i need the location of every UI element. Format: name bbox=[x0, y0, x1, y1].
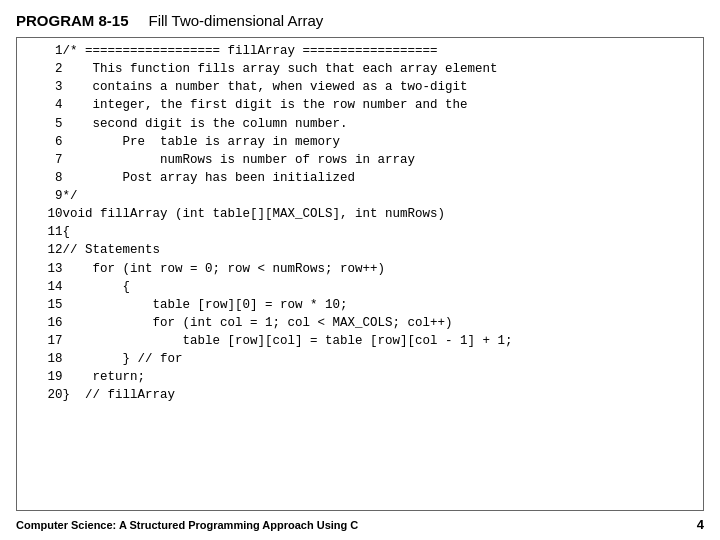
line-number: 7 bbox=[17, 151, 63, 169]
line-code: table [row][0] = row * 10; bbox=[63, 296, 703, 314]
line-number: 11 bbox=[17, 223, 63, 241]
line-code: integer, the first digit is the row numb… bbox=[63, 96, 703, 114]
line-number: 13 bbox=[17, 260, 63, 278]
table-row: 4 integer, the first digit is the row nu… bbox=[17, 96, 703, 114]
line-code: } // for bbox=[63, 350, 703, 368]
line-code: void fillArray (int table[][MAX_COLS], i… bbox=[63, 205, 703, 223]
line-number: 12 bbox=[17, 241, 63, 259]
line-code: second digit is the column number. bbox=[63, 115, 703, 133]
table-row: 19 return; bbox=[17, 368, 703, 386]
table-row: 6 Pre table is array in memory bbox=[17, 133, 703, 151]
table-row: 10void fillArray (int table[][MAX_COLS],… bbox=[17, 205, 703, 223]
line-code: Pre table is array in memory bbox=[63, 133, 703, 151]
line-code: for (int col = 1; col < MAX_COLS; col++) bbox=[63, 314, 703, 332]
table-row: 12// Statements bbox=[17, 241, 703, 259]
table-row: 16 for (int col = 1; col < MAX_COLS; col… bbox=[17, 314, 703, 332]
line-number: 1 bbox=[17, 42, 63, 60]
page-container: PROGRAM 8-15 Fill Two-dimensional Array … bbox=[0, 0, 720, 540]
table-row: 13 for (int row = 0; row < numRows; row+… bbox=[17, 260, 703, 278]
line-number: 6 bbox=[17, 133, 63, 151]
line-code: /* ================== fillArray ========… bbox=[63, 42, 703, 60]
footer-right-text: 4 bbox=[697, 517, 704, 532]
line-number: 16 bbox=[17, 314, 63, 332]
title-bar: PROGRAM 8-15 Fill Two-dimensional Array bbox=[16, 12, 704, 29]
code-table: 1/* ================== fillArray =======… bbox=[17, 42, 703, 405]
line-number: 3 bbox=[17, 78, 63, 96]
line-code: contains a number that, when viewed as a… bbox=[63, 78, 703, 96]
program-subtitle: Fill Two-dimensional Array bbox=[149, 12, 324, 29]
line-code: } // fillArray bbox=[63, 386, 703, 404]
table-row: 2 This function fills array such that ea… bbox=[17, 60, 703, 78]
line-number: 15 bbox=[17, 296, 63, 314]
line-number: 5 bbox=[17, 115, 63, 133]
program-label: PROGRAM 8-15 bbox=[16, 12, 129, 29]
line-code: This function fills array such that each… bbox=[63, 60, 703, 78]
table-row: 14 { bbox=[17, 278, 703, 296]
table-row: 17 table [row][col] = table [row][col - … bbox=[17, 332, 703, 350]
table-row: 5 second digit is the column number. bbox=[17, 115, 703, 133]
line-code: */ bbox=[63, 187, 703, 205]
table-row: 7 numRows is number of rows in array bbox=[17, 151, 703, 169]
line-number: 8 bbox=[17, 169, 63, 187]
line-code: Post array has been initialized bbox=[63, 169, 703, 187]
line-number: 18 bbox=[17, 350, 63, 368]
table-row: 11{ bbox=[17, 223, 703, 241]
table-row: 3 contains a number that, when viewed as… bbox=[17, 78, 703, 96]
line-code: // Statements bbox=[63, 241, 703, 259]
line-number: 14 bbox=[17, 278, 63, 296]
table-row: 18 } // for bbox=[17, 350, 703, 368]
line-code: table [row][col] = table [row][col - 1] … bbox=[63, 332, 703, 350]
line-number: 2 bbox=[17, 60, 63, 78]
line-code: numRows is number of rows in array bbox=[63, 151, 703, 169]
line-number: 20 bbox=[17, 386, 63, 404]
table-row: 8 Post array has been initialized bbox=[17, 169, 703, 187]
table-row: 20} // fillArray bbox=[17, 386, 703, 404]
line-number: 10 bbox=[17, 205, 63, 223]
table-row: 15 table [row][0] = row * 10; bbox=[17, 296, 703, 314]
footer-bar: Computer Science: A Structured Programmi… bbox=[16, 517, 704, 532]
table-row: 9*/ bbox=[17, 187, 703, 205]
line-code: return; bbox=[63, 368, 703, 386]
line-number: 19 bbox=[17, 368, 63, 386]
line-code: { bbox=[63, 278, 703, 296]
line-number: 4 bbox=[17, 96, 63, 114]
line-code: { bbox=[63, 223, 703, 241]
line-number: 17 bbox=[17, 332, 63, 350]
code-box: 1/* ================== fillArray =======… bbox=[16, 37, 704, 511]
table-row: 1/* ================== fillArray =======… bbox=[17, 42, 703, 60]
line-code: for (int row = 0; row < numRows; row++) bbox=[63, 260, 703, 278]
line-number: 9 bbox=[17, 187, 63, 205]
footer-left-text: Computer Science: A Structured Programmi… bbox=[16, 519, 358, 531]
